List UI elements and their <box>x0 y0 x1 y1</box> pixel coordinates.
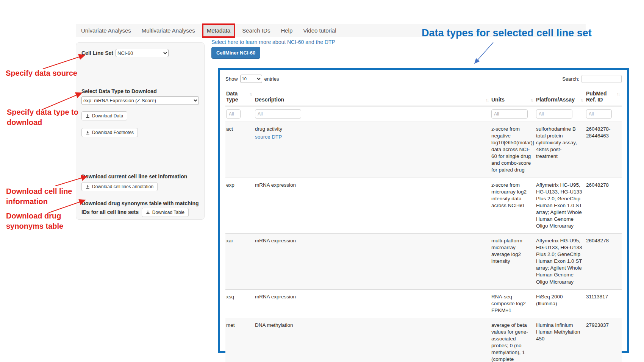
cellminer-nci60-button[interactable]: CellMiner NCI-60 <box>211 47 260 59</box>
sort-icon[interactable]: ↑↓ <box>617 90 619 96</box>
download-icon <box>86 131 90 135</box>
show-label: Show <box>225 76 238 82</box>
download-icon <box>86 185 90 189</box>
cell-pubmed: 26048278 <box>585 234 622 290</box>
cell-pubmed: 27923837 <box>585 318 622 362</box>
download-options-panel: Cell Line Set NCI-60 Select Data Type to… <box>76 42 205 220</box>
table-row[interactable]: xai mRNA expression multi-platform micro… <box>225 234 622 290</box>
cell-description: DNA methylation <box>254 318 491 362</box>
drug-synonyms-heading: Download drug synonyms table with matchi… <box>81 200 199 217</box>
cell-data-type: met <box>225 318 254 362</box>
nav-video-tutorial[interactable]: Video tutorial <box>298 24 341 37</box>
download-cell-lines-annotation-label: Download cell lines annotation <box>92 184 153 189</box>
data-types-table-box: Show 10 entries Search: ↑↓Data Type ↑↓De… <box>218 68 629 353</box>
cell-units: RNA-seq composite log2 FPKM+1 <box>491 289 535 318</box>
cell-units: average of beta values for gene-associat… <box>491 318 535 362</box>
annotation-download-drug-synonyms: Download drug synonyms table <box>6 211 80 231</box>
header-row: ↑↓Data Type ↑↓Description ↑↓Units ↑↓Plat… <box>225 89 622 106</box>
data-type-label: Select Data Type to Download <box>81 88 199 94</box>
column-header-platform[interactable]: ↑↓Platform/Assay <box>535 89 585 106</box>
cell-platform: sulforhodamine B total protein cytotoxic… <box>535 122 585 178</box>
nav-metadata[interactable]: Metadata <box>207 27 231 34</box>
sort-icon[interactable]: ↑↓ <box>249 90 252 96</box>
cell-platform: Affymetrix HG-U95, HG-U133, HG-U133 Plus… <box>535 178 585 234</box>
download-icon <box>146 210 150 214</box>
description-text: drug activity <box>255 126 282 132</box>
filter-pubmed-input[interactable] <box>586 109 612 119</box>
cell-description: drug activitysource DTP <box>254 122 491 178</box>
nav-univariate-analyses[interactable]: Univariate Analyses <box>76 24 136 37</box>
cell-data-type: exp <box>225 178 254 234</box>
cell-platform: Illumina Infinium Human Methylation 450 <box>535 318 585 362</box>
cell-line-set-select[interactable]: NCI-60 <box>116 49 169 57</box>
cell-line-info-heading: Download current cell line set informati… <box>81 173 199 179</box>
table-row[interactable]: xsq mRNA expression RNA-seq composite lo… <box>225 289 622 318</box>
search-label: Search: <box>562 76 579 82</box>
cell-description: mRNA expression <box>254 234 491 290</box>
column-header-data-type[interactable]: ↑↓Data Type <box>225 89 254 106</box>
table-row[interactable]: met DNA methylation average of beta valu… <box>225 318 622 362</box>
description-text: mRNA expression <box>255 294 296 300</box>
download-data-label: Download Data <box>92 113 123 119</box>
cell-pubmed: 26048278-28446463 <box>585 122 622 178</box>
description-text: mRNA expression <box>255 238 296 243</box>
download-table-button[interactable]: Download Table <box>142 208 189 217</box>
search-input[interactable] <box>581 75 622 83</box>
annotation-download-cell-line-info: Download cell line information <box>6 186 80 207</box>
cell-description: mRNA expression <box>254 178 491 234</box>
sort-icon[interactable]: ↑↓ <box>530 97 533 102</box>
cell-platform: HiSeq 2000 (Illumina) <box>535 289 585 318</box>
download-table-label: Download Table <box>152 210 184 215</box>
filter-row <box>225 106 622 122</box>
cell-pubmed: 31113817 <box>585 289 622 318</box>
description-text: mRNA expression <box>255 182 296 188</box>
blue-arrow-table <box>475 42 493 63</box>
filter-units-input[interactable] <box>491 109 528 119</box>
page-size-select[interactable]: 10 <box>240 75 262 83</box>
learn-more-link[interactable]: Select here to learn more about NCI-60 a… <box>211 39 335 45</box>
nav-search-ids[interactable]: Search IDs <box>237 24 275 37</box>
annotation-specify-data-type: Specify data type to download <box>7 107 89 128</box>
page: Univariate Analyses Multivariate Analyse… <box>0 0 644 362</box>
filter-description-input[interactable] <box>255 109 301 119</box>
download-cell-lines-annotation-button[interactable]: Download cell lines annotation <box>81 182 158 191</box>
column-header-units[interactable]: ↑↓Units <box>491 89 535 106</box>
cell-units: multi-platform microarray average log2 i… <box>491 234 535 290</box>
column-header-description[interactable]: ↑↓Description <box>254 89 491 106</box>
table-controls: Show 10 entries Search: <box>225 75 622 83</box>
table-row[interactable]: exp mRNA expression z-score from microar… <box>225 178 622 234</box>
cell-line-set-label: Cell Line Set <box>81 50 113 56</box>
source-dtp-link[interactable]: source DTP <box>255 134 282 140</box>
nav-help[interactable]: Help <box>275 24 298 37</box>
cell-data-type: xai <box>225 234 254 290</box>
cell-units: z-score from microarray log2 intensity d… <box>491 178 535 234</box>
sort-icon[interactable]: ↑↓ <box>486 97 488 102</box>
cell-data-type: act <box>225 122 254 178</box>
annotation-data-types-heading: Data types for selected cell line set <box>422 27 592 39</box>
table-body: act drug activitysource DTP z-score from… <box>225 122 622 362</box>
cell-pubmed: 26048278 <box>585 178 622 234</box>
metadata-highlight-box: Metadata <box>202 23 236 38</box>
filter-platform-input[interactable] <box>536 109 572 119</box>
cell-units: z-score from negative log10[GI50(molar)]… <box>491 122 535 178</box>
description-text: DNA methylation <box>255 322 293 328</box>
nav-multivariate-analyses[interactable]: Multivariate Analyses <box>136 24 200 37</box>
filter-data-type-input[interactable] <box>226 109 241 119</box>
column-header-pubmed[interactable]: ↑↓PubMed Ref. ID <box>585 89 622 106</box>
sort-icon[interactable]: ↑↓ <box>580 97 583 102</box>
cell-description: mRNA expression <box>254 289 491 318</box>
annotation-specify-data-source: Specify data source <box>6 68 77 78</box>
entries-label: entries <box>264 76 279 82</box>
metadata-table: ↑↓Data Type ↑↓Description ↑↓Units ↑↓Plat… <box>225 89 622 362</box>
download-footnotes-label: Download Footnotes <box>92 130 134 135</box>
cell-platform: Affymetrix HG-U95, HG-U133, HG-U133 Plus… <box>535 234 585 290</box>
download-footnotes-button[interactable]: Download Footnotes <box>81 128 138 137</box>
table-row[interactable]: act drug activitysource DTP z-score from… <box>225 122 622 178</box>
cell-data-type: xsq <box>225 289 254 318</box>
data-type-select[interactable]: exp: mRNA Expression (Z-Score) <box>81 96 199 105</box>
